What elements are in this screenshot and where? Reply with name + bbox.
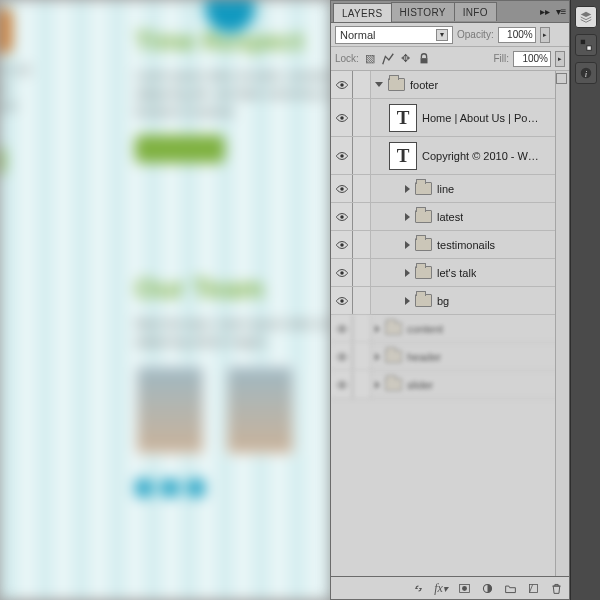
disclosure-right-icon[interactable] bbox=[375, 325, 380, 333]
new-group-icon[interactable] bbox=[503, 581, 517, 595]
lock-pixels-icon[interactable] bbox=[381, 52, 395, 66]
disclosure-down-icon[interactable] bbox=[375, 82, 383, 87]
layer-row-footer[interactable]: footer bbox=[331, 71, 569, 99]
visibility-toggle[interactable] bbox=[331, 371, 353, 398]
folder-icon bbox=[415, 182, 432, 195]
layer-mask-icon[interactable] bbox=[457, 581, 471, 595]
layer-name[interactable]: Copyright © 2010 - Web... bbox=[422, 150, 542, 162]
link-layers-icon[interactable] bbox=[411, 581, 425, 595]
collapsed-panel-dock: i bbox=[570, 0, 600, 600]
layer-name[interactable]: footer bbox=[410, 79, 438, 91]
swatches-dock-icon[interactable] bbox=[575, 34, 597, 56]
layer-style-icon[interactable]: fx▾ bbox=[434, 581, 448, 595]
disclosure-right-icon[interactable] bbox=[375, 353, 380, 361]
info-dock-icon[interactable]: i bbox=[575, 62, 597, 84]
layer-gutter bbox=[353, 231, 371, 258]
lock-all-icon[interactable] bbox=[417, 52, 431, 66]
layer-row-latest[interactable]: latest bbox=[331, 203, 569, 231]
disclosure-right-icon[interactable] bbox=[405, 241, 410, 249]
layer-row-txt-copy[interactable]: TCopyright © 2010 - Web... bbox=[331, 137, 569, 175]
svg-point-11 bbox=[340, 383, 344, 387]
tab-history[interactable]: HISTORY bbox=[391, 2, 455, 21]
layer-gutter bbox=[353, 71, 371, 98]
layer-row-line[interactable]: line bbox=[331, 175, 569, 203]
visibility-toggle[interactable] bbox=[331, 315, 353, 342]
visibility-toggle[interactable] bbox=[331, 203, 353, 230]
lock-transparency-icon[interactable]: ▧ bbox=[363, 52, 377, 66]
folder-icon bbox=[385, 350, 402, 363]
disclosure-right-icon[interactable] bbox=[405, 297, 410, 305]
layers-dock-icon[interactable] bbox=[575, 6, 597, 28]
svg-point-8 bbox=[340, 299, 344, 303]
layer-name[interactable]: latest bbox=[437, 211, 463, 223]
folder-icon bbox=[415, 210, 432, 223]
folder-icon bbox=[388, 78, 405, 91]
canvas-preview: Info Lorem ipsum dolor sit amet, consect… bbox=[0, 0, 330, 600]
svg-point-7 bbox=[340, 271, 344, 275]
chevron-down-icon: ▾ bbox=[436, 29, 448, 41]
svg-rect-0 bbox=[420, 58, 427, 63]
opacity-flyout[interactable]: ▸ bbox=[540, 27, 550, 43]
opacity-input[interactable]: 100% bbox=[498, 27, 536, 43]
layer-name[interactable]: testimonails bbox=[437, 239, 495, 251]
visibility-toggle[interactable] bbox=[331, 71, 353, 98]
layer-gutter bbox=[353, 287, 371, 314]
delete-layer-icon[interactable] bbox=[549, 581, 563, 595]
svg-point-1 bbox=[340, 83, 344, 87]
fill-input[interactable]: 100% bbox=[513, 51, 551, 67]
lock-icons: ▧ ✥ bbox=[363, 52, 431, 66]
disclosure-right-icon[interactable] bbox=[405, 213, 410, 221]
layer-name[interactable]: bg bbox=[437, 295, 449, 307]
layer-name[interactable]: Home | About Us | Portf... bbox=[422, 112, 542, 124]
layer-gutter bbox=[353, 259, 371, 286]
layer-row-blur1[interactable]: content bbox=[331, 315, 569, 343]
fill-flyout[interactable]: ▸ bbox=[555, 51, 565, 67]
layer-name[interactable]: slider bbox=[407, 379, 433, 391]
fill-label: Fill: bbox=[493, 53, 509, 64]
layer-name[interactable]: let's talk bbox=[437, 267, 476, 279]
layer-row-testi[interactable]: testimonails bbox=[331, 231, 569, 259]
panel-footer: fx▾ bbox=[331, 577, 569, 599]
layer-gutter bbox=[353, 175, 371, 202]
layer-row-bg[interactable]: bg bbox=[331, 287, 569, 315]
layer-gutter bbox=[353, 99, 371, 136]
disclosure-right-icon[interactable] bbox=[375, 381, 380, 389]
visibility-toggle[interactable] bbox=[331, 231, 353, 258]
tab-layers[interactable]: LAYERS bbox=[333, 3, 392, 22]
visibility-toggle[interactable] bbox=[331, 287, 353, 314]
layer-name[interactable]: content bbox=[407, 323, 443, 335]
visibility-toggle[interactable] bbox=[331, 343, 353, 370]
adjustment-layer-icon[interactable] bbox=[480, 581, 494, 595]
svg-point-6 bbox=[340, 243, 344, 247]
layer-name[interactable]: line bbox=[437, 183, 454, 195]
folder-icon bbox=[415, 238, 432, 251]
blend-mode-value: Normal bbox=[340, 29, 375, 41]
folder-icon bbox=[385, 322, 402, 335]
layers-panel: LAYERS HISTORY INFO ▸▸ ▾≡ Normal ▾ Opaci… bbox=[330, 0, 570, 600]
disclosure-right-icon[interactable] bbox=[405, 269, 410, 277]
layer-name[interactable]: header bbox=[407, 351, 441, 363]
layer-tree[interactable]: footerTHome | About Us | Portf...TCopyri… bbox=[331, 71, 569, 577]
panel-tabs: LAYERS HISTORY INFO ▸▸ ▾≡ bbox=[331, 1, 569, 23]
tab-info[interactable]: INFO bbox=[454, 2, 497, 21]
collapse-icon[interactable]: ▸▸ bbox=[537, 6, 553, 17]
svg-point-13 bbox=[462, 586, 467, 591]
layer-row-blur3[interactable]: slider bbox=[331, 371, 569, 399]
lock-label: Lock: bbox=[335, 53, 359, 64]
lock-position-icon[interactable]: ✥ bbox=[399, 52, 413, 66]
layer-row-blur2[interactable]: header bbox=[331, 343, 569, 371]
visibility-toggle[interactable] bbox=[331, 99, 353, 136]
svg-point-2 bbox=[340, 116, 344, 120]
layer-gutter bbox=[353, 203, 371, 230]
visibility-toggle[interactable] bbox=[331, 175, 353, 202]
visibility-toggle[interactable] bbox=[331, 137, 353, 174]
panel-menu-icon[interactable]: ▾≡ bbox=[553, 6, 569, 17]
visibility-toggle[interactable] bbox=[331, 259, 353, 286]
new-layer-icon[interactable] bbox=[526, 581, 540, 595]
layer-row-letstalk[interactable]: let's talk bbox=[331, 259, 569, 287]
disclosure-right-icon[interactable] bbox=[405, 185, 410, 193]
layer-gutter bbox=[353, 371, 371, 398]
blend-mode-select[interactable]: Normal ▾ bbox=[335, 26, 453, 44]
layer-row-txt-nav[interactable]: THome | About Us | Portf... bbox=[331, 99, 569, 137]
folder-icon bbox=[385, 378, 402, 391]
